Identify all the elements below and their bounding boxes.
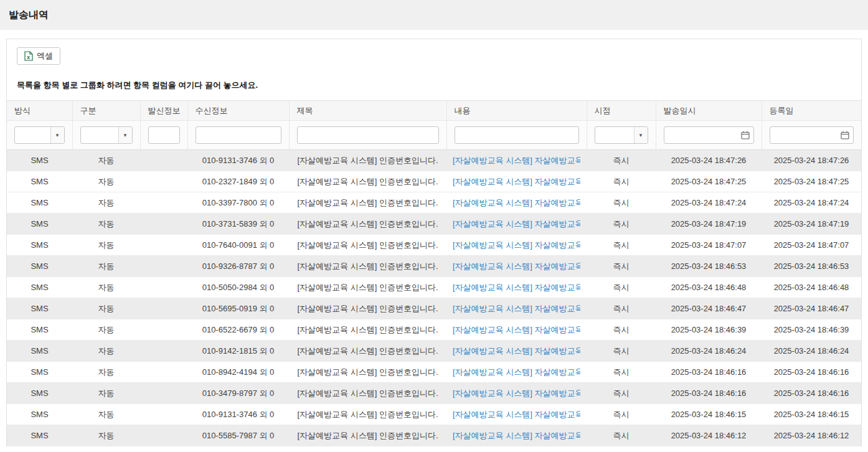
grid-filter-row: ▼ ▼ ▼ bbox=[7, 121, 861, 150]
content-link[interactable]: [자살예방교육 시스템] 자살예방교육 ... bbox=[453, 324, 580, 336]
column-header-category[interactable]: 구분 bbox=[72, 101, 140, 121]
table-row[interactable]: SMS자동010-9131-3746 외 0[자살예방교육 시스템] 인증번호입… bbox=[7, 404, 861, 425]
table-row[interactable]: SMS자동010-3479-8797 외 0[자살예방교육 시스템] 인증번호입… bbox=[7, 383, 861, 404]
cell-sent-at: 2025-03-24 18:47:19 bbox=[656, 214, 762, 235]
column-header-timing[interactable]: 시점 bbox=[587, 101, 656, 121]
table-row[interactable]: SMS자동010-5695-0919 외 0[자살예방교육 시스템] 인증번호입… bbox=[7, 298, 861, 319]
cell-category: 자동 bbox=[72, 235, 140, 256]
cell-timing: 즉시 bbox=[587, 362, 656, 383]
column-header-receiver-info[interactable]: 수신정보 bbox=[187, 101, 289, 121]
column-header-sent-date[interactable]: 발송일시 bbox=[656, 101, 762, 121]
cell-method: SMS bbox=[7, 150, 72, 171]
content-link[interactable]: [자살예방교육 시스템] 자살예방교육 ... bbox=[453, 176, 580, 187]
content-link[interactable]: [자살예방교육 시스템] 자살예방교육 ... bbox=[453, 388, 580, 399]
cell-sent-at: 2025-03-24 18:47:26 bbox=[656, 150, 762, 171]
cell-timing: 즉시 bbox=[587, 341, 656, 362]
filter-sender-input[interactable] bbox=[148, 126, 180, 144]
filter-method-dropdown[interactable]: ▼ bbox=[14, 126, 65, 144]
content-link[interactable]: [자살예방교육 시스템] 자살예방교육 ... bbox=[453, 409, 580, 420]
cell-sender bbox=[140, 192, 187, 214]
table-row[interactable]: SMS자동010-7640-0091 외 0[자살예방교육 시스템] 인증번호입… bbox=[7, 235, 861, 256]
cell-title: [자살예방교육 시스템] 인증번호입니다. bbox=[289, 235, 446, 256]
cell-category: 자동 bbox=[72, 404, 140, 425]
content-link[interactable]: [자살예방교육 시스템] 자살예방교육 ... bbox=[453, 303, 580, 314]
content-link[interactable]: [자살예방교육 시스템] 자살예방교육 ... bbox=[453, 155, 580, 166]
cell-receiver: 010-3479-8797 외 0 bbox=[187, 383, 289, 404]
cell-sender bbox=[140, 362, 187, 383]
cell-content: [자살예방교육 시스템] 자살예방교육 ... bbox=[446, 171, 587, 192]
calendar-icon[interactable] bbox=[737, 127, 753, 143]
excel-export-button[interactable]: x 엑셀 bbox=[17, 47, 60, 65]
cell-receiver: 010-5695-0919 외 0 bbox=[187, 298, 289, 319]
table-row[interactable]: SMS자동010-8942-4194 외 0[자살예방교육 시스템] 인증번호입… bbox=[7, 362, 861, 383]
content-link[interactable]: [자살예방교육 시스템] 자살예방교육 ... bbox=[453, 430, 580, 441]
content-link[interactable]: [자살예방교육 시스템] 자살예방교육 ... bbox=[453, 197, 580, 209]
cell-receiver: 010-9142-1815 외 0 bbox=[187, 341, 289, 362]
table-row[interactable]: SMS자동010-9142-1815 외 0[자살예방교육 시스템] 인증번호입… bbox=[7, 341, 861, 362]
table-row[interactable]: SMS자동010-2327-1849 외 0[자살예방교육 시스템] 인증번호입… bbox=[7, 171, 861, 192]
filter-title-input[interactable] bbox=[297, 126, 439, 144]
filter-timing-dropdown[interactable]: ▼ bbox=[595, 126, 648, 144]
calendar-icon[interactable] bbox=[837, 127, 853, 143]
filter-category-dropdown[interactable]: ▼ bbox=[80, 126, 133, 144]
cell-method: SMS bbox=[7, 277, 72, 298]
table-row[interactable]: SMS자동010-6522-6679 외 0[자살예방교육 시스템] 인증번호입… bbox=[7, 319, 861, 341]
table-row[interactable]: SMS자동010-9131-3746 외 0[자살예방교육 시스템] 인증번호입… bbox=[7, 150, 861, 171]
cell-title: [자살예방교육 시스템] 인증번호입니다. bbox=[289, 404, 446, 425]
cell-method: SMS bbox=[7, 214, 72, 235]
cell-category: 자동 bbox=[72, 214, 140, 235]
filter-sent-date-input[interactable] bbox=[664, 127, 737, 143]
cell-method: SMS bbox=[7, 425, 72, 446]
filter-registered-date-picker bbox=[770, 126, 854, 144]
cell-registered-at: 2025-03-24 18:46:15 bbox=[762, 404, 861, 425]
content-link[interactable]: [자살예방교육 시스템] 자살예방교육 ... bbox=[453, 282, 580, 293]
page-header: 발송내역 bbox=[0, 0, 868, 30]
svg-text:x: x bbox=[27, 54, 30, 60]
cell-title: [자살예방교육 시스템] 인증번호입니다. bbox=[289, 362, 446, 383]
cell-registered-at: 2025-03-24 18:46:53 bbox=[762, 256, 861, 277]
cell-timing: 즉시 bbox=[587, 383, 656, 404]
filter-registered-date-input[interactable] bbox=[770, 127, 837, 143]
cell-sent-at: 2025-03-24 18:46:16 bbox=[656, 383, 762, 404]
table-row[interactable]: SMS자동010-3397-7800 외 0[자살예방교육 시스템] 인증번호입… bbox=[7, 192, 861, 214]
column-header-registered-date[interactable]: 등록일 bbox=[762, 101, 861, 121]
cell-receiver: 010-9131-3746 외 0 bbox=[187, 150, 289, 171]
column-header-method[interactable]: 방식 bbox=[7, 101, 72, 121]
filter-content-input[interactable] bbox=[455, 126, 579, 144]
group-by-hint: 목록을 항목 별로 그룹화 하려면 항목 컬럼을 여기다 끌어 놓으세요. bbox=[7, 72, 861, 100]
cell-timing: 즉시 bbox=[587, 425, 656, 446]
content-link[interactable]: [자살예방교육 시스템] 자살예방교육 ... bbox=[453, 219, 580, 230]
column-header-title[interactable]: 제목 bbox=[289, 101, 446, 121]
cell-receiver: 010-6522-6679 외 0 bbox=[187, 319, 289, 341]
cell-title: [자살예방교육 시스템] 인증번호입니다. bbox=[289, 383, 446, 404]
cell-sent-at: 2025-03-24 18:47:24 bbox=[656, 192, 762, 214]
cell-timing: 즉시 bbox=[587, 319, 656, 341]
cell-sent-at: 2025-03-24 18:47:07 bbox=[656, 235, 762, 256]
column-header-sender-info[interactable]: 발신정보 bbox=[140, 101, 187, 121]
cell-content: [자살예방교육 시스템] 자살예방교육 ... bbox=[446, 150, 587, 171]
cell-method: SMS bbox=[7, 383, 72, 404]
cell-sent-at: 2025-03-24 18:47:25 bbox=[656, 171, 762, 192]
table-row[interactable]: SMS자동010-5585-7987 외 0[자살예방교육 시스템] 인증번호입… bbox=[7, 425, 861, 446]
content-link[interactable]: [자살예방교육 시스템] 자살예방교육 ... bbox=[453, 346, 580, 357]
table-row[interactable]: SMS자동010-9326-8787 외 0[자살예방교육 시스템] 인증번호입… bbox=[7, 256, 861, 277]
cell-registered-at: 2025-03-24 18:46:39 bbox=[762, 319, 861, 341]
cell-sender bbox=[140, 425, 187, 446]
cell-timing: 즉시 bbox=[587, 256, 656, 277]
cell-receiver: 010-7640-0091 외 0 bbox=[187, 235, 289, 256]
table-row[interactable]: SMS자동010-5050-2984 외 0[자살예방교육 시스템] 인증번호입… bbox=[7, 277, 861, 298]
cell-title: [자살예방교육 시스템] 인증번호입니다. bbox=[289, 214, 446, 235]
cell-content: [자살예방교육 시스템] 자살예방교육 ... bbox=[446, 192, 587, 214]
cell-sent-at: 2025-03-24 18:46:39 bbox=[656, 319, 762, 341]
content-link[interactable]: [자살예방교육 시스템] 자살예방교육 ... bbox=[453, 240, 580, 251]
filter-receiver-input[interactable] bbox=[196, 126, 281, 144]
cell-sender bbox=[140, 319, 187, 341]
cell-method: SMS bbox=[7, 298, 72, 319]
column-header-content[interactable]: 내용 bbox=[446, 101, 587, 121]
cell-sender bbox=[140, 277, 187, 298]
content-link[interactable]: [자살예방교육 시스템] 자살예방교육 ... bbox=[453, 367, 580, 378]
cell-timing: 즉시 bbox=[587, 298, 656, 319]
cell-category: 자동 bbox=[72, 256, 140, 277]
content-link[interactable]: [자살예방교육 시스템] 자살예방교육 ... bbox=[453, 261, 580, 272]
table-row[interactable]: SMS자동010-3731-5839 외 0[자살예방교육 시스템] 인증번호입… bbox=[7, 214, 861, 235]
